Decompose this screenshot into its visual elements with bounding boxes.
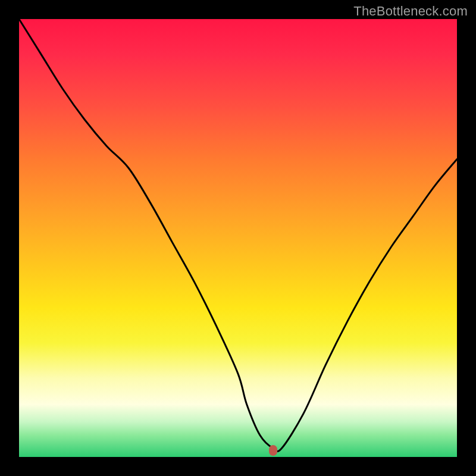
watermark-text: TheBottleneck.com — [353, 4, 468, 19]
chart-frame: TheBottleneck.com — [0, 0, 476, 476]
curve-path — [19, 19, 457, 452]
bottleneck-curve — [19, 19, 457, 457]
plot-area — [19, 19, 457, 457]
optimum-marker — [269, 445, 277, 456]
